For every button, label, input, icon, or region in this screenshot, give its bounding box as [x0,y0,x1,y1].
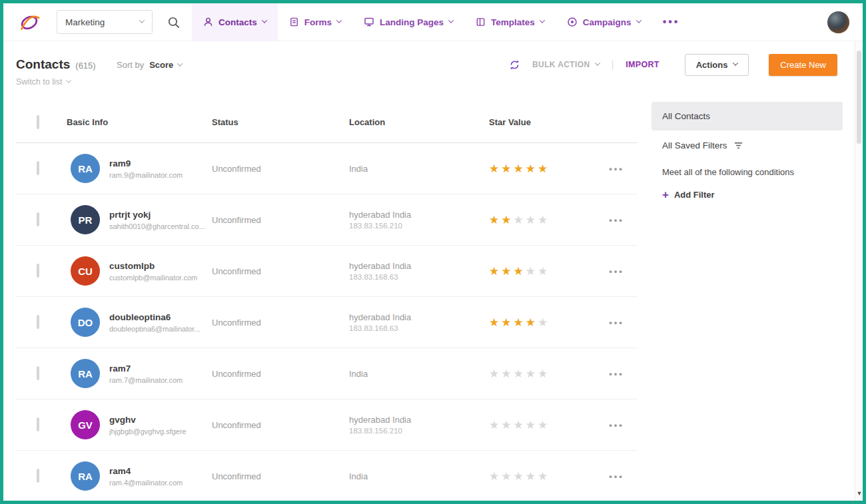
table-row[interactable]: GV gvghv jhjgbgb@gvghvg.sfgere Unconfirm… [16,399,638,451]
table-row[interactable]: DO doubleoptina6 doubleoptina6@mailinato… [16,297,638,348]
row-actions-button[interactable]: ••• [596,164,638,174]
row-actions-button[interactable]: ••• [596,318,638,328]
contact-avatar: RA [71,461,100,491]
nav-more-button[interactable]: ••• [656,16,687,28]
contact-location: hyderabad India [349,210,489,220]
actions-button[interactable]: Actions [685,54,749,76]
row-actions-button[interactable]: ••• [596,420,638,430]
star-filled-icon: ★ [501,266,511,277]
star-rating[interactable]: ★★★★★ [489,214,596,226]
star-rating[interactable]: ★★★★★ [489,368,596,379]
star-filled-icon: ★ [514,266,524,277]
landing-pages-icon [364,17,374,27]
import-button[interactable]: IMPORT [626,60,659,69]
scroll-down-button[interactable]: ▼ [855,489,863,498]
star-rating[interactable]: ★★★★★ [489,163,596,174]
chevron-down-icon [448,17,454,23]
row-checkbox[interactable] [37,469,39,483]
all-contacts-filter[interactable]: All Contacts [651,102,843,130]
contact-email: customlpb@mailinator.com [109,274,197,282]
location-cell: India [349,369,489,379]
row-checkbox[interactable] [37,315,39,329]
star-empty-icon: ★ [526,214,536,226]
search-button[interactable] [167,16,180,29]
contact-avatar: CU [71,256,100,286]
table-row[interactable]: CU customlpb customlpb@mailinator.com Un… [16,246,638,297]
templates-icon [476,17,486,27]
star-rating[interactable]: ★★★★★ [489,266,596,277]
star-empty-icon: ★ [489,471,499,482]
brand-logo-icon[interactable] [17,11,46,33]
contacts-table: Basic Info Status Location Star Value RA… [16,102,638,502]
contact-email: doubleoptina6@mailinator... [109,325,201,333]
nav-item-forms[interactable]: Forms [278,3,352,41]
refresh-icon [509,59,520,71]
star-empty-icon: ★ [489,419,499,431]
star-rating[interactable]: ★★★★★ [489,419,596,431]
add-filter-label: Add Filter [674,190,715,200]
contact-name: ram9 [109,158,183,168]
star-filled-icon: ★ [489,266,499,277]
contact-avatar: GV [71,410,100,439]
table-row[interactable]: RA ram9 ram.9@mailinator.com Unconfirmed… [16,143,638,194]
divider: | [612,59,614,70]
switch-to-list-label: Switch to list [16,77,62,87]
row-checkbox[interactable] [37,417,39,431]
nav-item-templates[interactable]: Templates [464,3,556,41]
nav-item-contacts[interactable]: Contacts [192,3,278,41]
nav-item-label: Forms [304,17,332,27]
star-rating[interactable]: ★★★★★ [489,471,596,482]
refresh-button[interactable] [509,59,520,71]
chevron-down-icon [733,60,738,65]
nav-item-campaigns[interactable]: Campaigns [556,3,652,41]
chevron-down-icon [66,77,71,83]
sort-value-dropdown[interactable]: Score [149,60,182,70]
row-checkbox[interactable] [37,212,39,226]
star-empty-icon: ★ [538,419,548,431]
row-checkbox[interactable] [37,366,39,380]
star-empty-icon: ★ [514,368,524,379]
filter-sidebar: All Contacts All Saved Filters Meet all … [651,102,843,200]
contact-status: Unconfirmed [212,420,349,430]
bulk-action-dropdown[interactable]: BULK ACTION [532,60,600,69]
table-row[interactable]: PR prtrjt yokj sahith0010@gharcentral.co… [16,194,638,246]
app-window: Marketing Contacts Forms [0,0,866,504]
contact-avatar: DO [71,308,100,337]
star-empty-icon: ★ [526,419,536,431]
contact-avatar: RA [71,359,100,388]
row-actions-button[interactable]: ••• [596,369,638,379]
contact-location: hyderabad India [349,261,489,271]
star-filled-icon: ★ [489,317,499,328]
row-checkbox[interactable] [37,264,39,278]
vertical-scrollbar[interactable]: ▼ [855,41,863,501]
row-actions-button[interactable]: ••• [596,266,638,276]
star-empty-icon: ★ [526,266,536,277]
main-nav: Contacts Forms Landing Pages [192,3,652,41]
nav-item-label: Templates [491,17,535,27]
chevron-down-icon [594,60,600,65]
contact-ip: 183.83.156.210 [349,427,489,435]
row-checkbox[interactable] [37,161,39,175]
nav-item-landing-pages[interactable]: Landing Pages [352,3,464,41]
star-rating[interactable]: ★★★★★ [489,317,596,328]
add-filter-button[interactable]: + Add Filter [651,189,843,200]
contacts-icon [203,17,213,27]
table-row[interactable]: RA ram4 ram.4@mailinator.com Unconfirmed… [16,451,638,502]
contact-ip: 183.83.168.63 [349,273,489,281]
all-saved-filters[interactable]: All Saved Filters [651,130,843,159]
user-avatar[interactable] [827,11,849,33]
scrollbar-thumb[interactable] [857,51,861,144]
switch-to-list-toggle[interactable]: Switch to list [16,77,71,87]
contact-email: sahith0010@gharcentral.co... [109,222,205,230]
star-empty-icon: ★ [538,266,548,277]
table-row[interactable]: RA ram7 ram.7@mailinator.com Unconfirmed… [16,348,638,399]
create-new-button[interactable]: Create New [769,54,837,76]
workspace-selector[interactable]: Marketing [57,10,153,34]
contact-location: India [349,369,489,379]
star-filled-icon: ★ [514,317,524,328]
contact-name: gvghv [109,415,187,425]
bulk-action-label: BULK ACTION [532,60,590,69]
row-actions-button[interactable]: ••• [596,215,638,225]
row-actions-button[interactable]: ••• [596,471,638,481]
select-all-checkbox[interactable] [37,115,39,129]
